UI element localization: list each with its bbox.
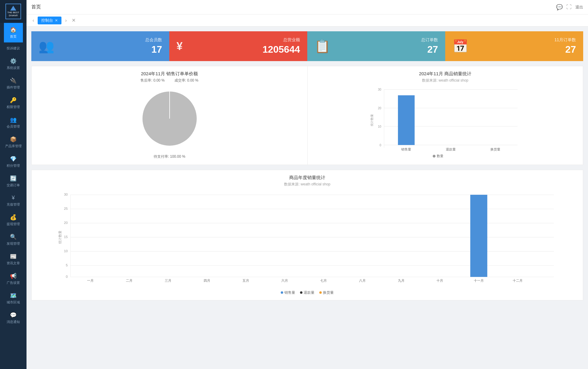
stat-card-revenue-info: 总营业额 1205644 xyxy=(187,37,300,55)
svg-point-16 xyxy=(433,155,435,157)
orders-value: 27 xyxy=(335,44,438,55)
message-button[interactable]: 💬 xyxy=(556,4,563,11)
message-icon: 💬 xyxy=(556,4,563,11)
svg-text:二月: 二月 xyxy=(126,279,133,282)
stat-card-revenue: ¥ 总营业额 1205644 xyxy=(169,31,307,61)
complaint-label: 投诉建议 xyxy=(7,46,20,51)
sidebar-item-plugins[interactable]: 🔌插件管理 xyxy=(4,74,23,93)
svg-text:15: 15 xyxy=(64,235,68,239)
sidebar-item-notify[interactable]: 💬消息通知 xyxy=(4,308,23,328)
sidebar-item-ads[interactable]: 📢广告设置 xyxy=(4,269,23,289)
svg-text:八月: 八月 xyxy=(359,279,366,282)
sidebar-label-ads: 广告设置 xyxy=(7,281,20,285)
tab-next-button[interactable]: › xyxy=(64,17,68,24)
svg-text:30: 30 xyxy=(64,193,68,196)
products-icon: 📦 xyxy=(10,136,17,143)
sidebar-item-recharge[interactable]: ¥充值管理 xyxy=(4,191,23,210)
pie-label-top-left: 售后率: 0.00 % xyxy=(140,78,164,83)
sidebar-item-complaint[interactable]: 投诉建议 xyxy=(4,42,23,54)
tab-close-icon[interactable]: ✕ xyxy=(55,18,58,23)
sidebar-item-withdraw[interactable]: 💰提现管理 xyxy=(4,210,23,230)
svg-text:四月: 四月 xyxy=(204,279,210,282)
stat-card-orders: 📋 总订单数 27 xyxy=(307,31,445,61)
svg-text:十二月: 十二月 xyxy=(513,279,523,282)
sidebar-label-home: 首页 xyxy=(10,34,17,39)
logo-box: THE BESTDIVAN® xyxy=(5,4,21,19)
sidebar-label-orders: 交易订单 xyxy=(7,183,20,188)
pie-chart-container: 售后率: 0.00 % 成交率: 0.00 % 待支付率: 100.00 % xyxy=(36,78,302,159)
recharge-icon: ¥ xyxy=(12,195,15,201)
sidebar-item-settings[interactable]: ⚙️系统设置 xyxy=(4,54,23,74)
sidebar-item-orders[interactable]: 🔄交易订单 xyxy=(4,172,23,191)
ads-icon: 📢 xyxy=(10,273,17,279)
svg-text:20: 20 xyxy=(378,107,381,110)
svg-text:退款量: 退款量 xyxy=(446,147,456,151)
revenue-value: 1205644 xyxy=(187,44,300,55)
legend-sales: 销售量 xyxy=(281,290,295,295)
svg-text:数量: 数量 xyxy=(437,154,443,158)
region-icon: 🗺️ xyxy=(10,292,17,299)
fullscreen-button[interactable]: ⛶ xyxy=(566,4,572,10)
withdraw-icon: 💰 xyxy=(10,214,17,221)
fullscreen-icon: ⛶ xyxy=(566,4,572,10)
bar-chart-section: 2024年11月 商品销量统计 数据来源: weath official sho… xyxy=(307,66,583,165)
tab-dashboard[interactable]: 控制台 ✕ xyxy=(38,17,61,24)
sidebar-item-discover[interactable]: 🔍发现管理 xyxy=(4,230,23,250)
plugins-icon: 🔌 xyxy=(10,77,17,84)
sidebar-label-members: 会员管理 xyxy=(7,124,20,129)
page-title: 首页 xyxy=(31,4,41,10)
sidebar-item-region[interactable]: 🗺️城市区域 xyxy=(4,289,23,308)
monthly-orders-icon: 📅 xyxy=(452,39,468,54)
svg-text:统计数量: 统计数量 xyxy=(58,231,62,244)
sidebar-item-home[interactable]: 🏠首页 xyxy=(4,23,23,42)
stat-cards: 👥 总会员数 17 ¥ 总营业额 1205644 📋 总订单数 27 xyxy=(31,31,583,61)
svg-text:十月: 十月 xyxy=(436,279,443,282)
sidebar-item-products[interactable]: 📦产品库管理 xyxy=(4,132,23,152)
sidebar-item-points[interactable]: 💎积分管理 xyxy=(4,152,23,172)
svg-text:0: 0 xyxy=(66,275,67,278)
svg-text:30: 30 xyxy=(378,88,381,91)
content-area: 👥 总会员数 17 ¥ 总营业额 1205644 📋 总订单数 27 xyxy=(27,26,588,369)
monthly-orders-label: 11月订单数 xyxy=(473,37,576,43)
tab-prev-button[interactable]: ‹ xyxy=(31,17,35,24)
members-icon: 👥 xyxy=(39,39,54,54)
orders-icon: 📋 xyxy=(314,39,330,54)
orders-label: 总订单数 xyxy=(335,37,438,43)
members-value: 17 xyxy=(59,44,162,55)
sidebar-item-members[interactable]: 👥会员管理 xyxy=(4,113,23,132)
sidebar-item-news[interactable]: 📰资讯文章 xyxy=(4,250,23,269)
svg-text:七月: 七月 xyxy=(320,279,327,282)
sidebar-label-discover: 发现管理 xyxy=(7,241,20,246)
svg-rect-12 xyxy=(398,95,414,145)
annual-chart-container: 30 25 20 15 10 5 0 统计数量 xyxy=(36,191,578,288)
revenue-label: 总营业额 xyxy=(187,37,300,43)
members-label: 总会员数 xyxy=(59,37,162,43)
sidebar-label-withdraw: 提现管理 xyxy=(7,222,20,226)
annual-chart-title: 商品年度销量统计 xyxy=(36,175,578,181)
legend-exchanges: 换货量 xyxy=(319,290,334,295)
stat-card-members-info: 总会员数 17 xyxy=(59,37,162,55)
bar-svg: 30 20 10 0 统计数量 销售量 退款量 换货量 xyxy=(312,87,578,159)
revenue-icon: ¥ xyxy=(177,40,183,53)
annual-chart-subtitle: 数据来源: weath official shop xyxy=(36,182,578,187)
stat-card-orders-info: 总订单数 27 xyxy=(335,37,438,55)
tab-close-all-button[interactable]: ✕ xyxy=(70,16,77,24)
svg-text:九月: 九月 xyxy=(398,279,405,282)
svg-text:0: 0 xyxy=(380,144,381,147)
svg-text:六月: 六月 xyxy=(281,279,288,282)
permissions-icon: 🔑 xyxy=(10,97,17,104)
bar-chart-container: 30 20 10 0 统计数量 销售量 退款量 换货量 xyxy=(312,87,578,160)
svg-text:十一月: 十一月 xyxy=(474,279,484,282)
sidebar-item-permissions[interactable]: 🔑权限管理 xyxy=(4,93,23,113)
pie-chart-title: 2024年11月 销售订单单价额 xyxy=(36,71,302,77)
home-icon: 🏠 xyxy=(10,26,17,33)
sidebar-label-products: 产品库管理 xyxy=(5,144,22,148)
annual-chart-legend: 销售量 退款量 换货量 xyxy=(36,290,578,295)
sidebar-label-plugins: 插件管理 xyxy=(7,85,20,90)
logout-button[interactable]: 退出 xyxy=(575,5,583,10)
pie-label-top-right: 成交率: 0.00 % xyxy=(174,78,199,83)
stat-card-members: 👥 总会员数 17 xyxy=(31,31,169,61)
svg-text:换货量: 换货量 xyxy=(490,147,500,151)
settings-icon: ⚙️ xyxy=(10,58,17,64)
pie-label-bottom: 待支付率: 100.00 % xyxy=(154,154,185,159)
